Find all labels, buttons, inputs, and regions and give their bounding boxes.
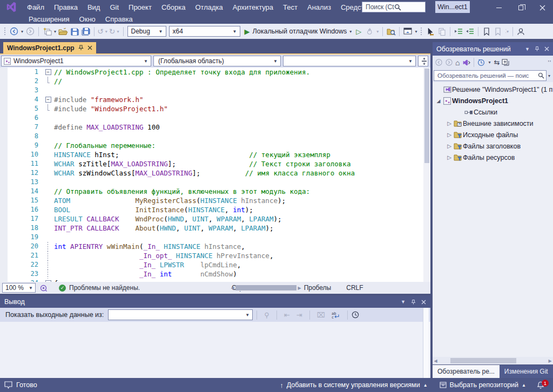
tree-item[interactable]: ▷Внешние зависимости bbox=[433, 118, 553, 129]
navigate-forward-button[interactable] bbox=[25, 25, 36, 37]
decrease-indent-button[interactable] bbox=[453, 25, 464, 37]
configuration-combo[interactable]: Debug▼ bbox=[127, 26, 166, 37]
start-debug-button[interactable]: ▶ Локальный отладчик Windows ▾ bbox=[244, 25, 354, 37]
start-without-debug-button[interactable]: ▷ bbox=[354, 28, 363, 36]
close-button[interactable] bbox=[531, 0, 553, 15]
startup-window-button[interactable] bbox=[402, 25, 413, 37]
zoom-level-combo[interactable]: 100 %▼ bbox=[2, 283, 36, 293]
menu-item[interactable]: Архитектура bbox=[228, 0, 278, 14]
feedback-button[interactable] bbox=[516, 25, 527, 37]
window-position-dropdown[interactable]: ▼ bbox=[401, 299, 406, 305]
menu-item[interactable]: Правка bbox=[49, 0, 83, 14]
code-line[interactable]: 1−// WindowsProject1.cpp : Определяет то… bbox=[0, 67, 430, 77]
copy-button[interactable] bbox=[436, 25, 447, 37]
menu-item[interactable]: Сборка bbox=[157, 0, 191, 14]
back-dropdown[interactable]: ▾ bbox=[20, 29, 24, 34]
switch-views-icon[interactable] bbox=[462, 59, 470, 66]
tab-solution-explorer[interactable]: Обозреватель ре... bbox=[433, 365, 500, 378]
code-line[interactable]: 14// Отправить объявления функций, включ… bbox=[0, 187, 430, 196]
fold-collapse-icon[interactable]: − bbox=[42, 67, 54, 77]
scrollbar-thumb[interactable] bbox=[235, 285, 296, 290]
output-source-combo[interactable]: ▼ bbox=[108, 309, 253, 320]
bookmark-dropdown[interactable]: ⁚▾ bbox=[504, 29, 510, 34]
toolbar-grip[interactable] bbox=[4, 27, 6, 36]
tree-item[interactable]: ▷Исходные файлы bbox=[433, 129, 553, 140]
scroll-right-icon[interactable]: ▶ bbox=[547, 359, 553, 363]
tree-expander-icon[interactable]: ▷ bbox=[446, 120, 453, 126]
menu-item[interactable]: Анализ bbox=[302, 0, 336, 14]
open-file-button[interactable] bbox=[58, 25, 69, 37]
scrollbar-thumb[interactable] bbox=[450, 358, 516, 363]
intellicode-icon[interactable] bbox=[40, 285, 47, 292]
tree-item[interactable]: Решение "WindowsProject1" (1 п bbox=[433, 84, 553, 95]
scrollbar-thumb[interactable] bbox=[424, 69, 429, 163]
toolbar-grip[interactable] bbox=[420, 27, 423, 36]
tree-expander-icon[interactable]: ▷ bbox=[446, 143, 453, 149]
tree-item[interactable]: ▷Файлы ресурсов bbox=[433, 152, 553, 163]
menu-item[interactable]: Проект bbox=[124, 0, 157, 14]
code-line[interactable]: 21 _In_opt_ HINSTANCE hPrevInstance, bbox=[0, 251, 430, 260]
tree-expander-icon[interactable]: ▷ bbox=[446, 154, 453, 160]
code-line[interactable]: 13 bbox=[0, 178, 430, 187]
forward-icon[interactable] bbox=[445, 58, 453, 66]
split-window-button[interactable] bbox=[418, 56, 428, 66]
startup-window-dropdown[interactable]: ▾ bbox=[414, 29, 418, 34]
menu-item[interactable]: Вид bbox=[83, 0, 105, 14]
hot-reload-button[interactable] bbox=[364, 25, 375, 37]
sync-with-active-document-icon[interactable]: ⇆ bbox=[494, 59, 500, 66]
menu-item[interactable]: Файл bbox=[22, 0, 49, 14]
save-all-button[interactable] bbox=[80, 25, 91, 37]
quick-search-input[interactable]: Поиск (Ctrl+Q) bbox=[362, 2, 426, 12]
clear-all-icon[interactable]: ⌧ bbox=[317, 311, 325, 319]
editor-horizontal-scrollbar[interactable]: ◀ ▶ bbox=[230, 284, 302, 292]
code-line[interactable]: 18INT_PTR CALLBACK About(HWND, UINT, WPA… bbox=[0, 224, 430, 233]
redo-dropdown[interactable]: ▾ bbox=[116, 29, 120, 34]
scroll-left-icon[interactable]: ◀ bbox=[433, 359, 439, 363]
new-project-button[interactable] bbox=[42, 25, 52, 37]
undo-dropdown[interactable]: ▾ bbox=[104, 29, 109, 34]
filter-dropdown[interactable]: ▾ bbox=[487, 60, 491, 65]
tab-git-changes[interactable]: Изменения Git bbox=[500, 365, 553, 378]
save-button[interactable] bbox=[69, 25, 80, 37]
code-line[interactable]: 23 _In_ int nCmdShow) bbox=[0, 269, 430, 279]
output-vertical-scrollbar[interactable] bbox=[423, 308, 429, 378]
code-line[interactable]: 11WCHAR szTitle[MAX_LOADSTRING]; // Текс… bbox=[0, 159, 430, 168]
member-scope-combo[interactable]: ▼ bbox=[283, 56, 416, 66]
menu-item[interactable]: Тест bbox=[278, 0, 302, 14]
health-status[interactable]: Проблемы не найдены. bbox=[69, 284, 140, 292]
previous-bookmark-button[interactable] bbox=[493, 25, 503, 37]
home-icon[interactable]: ⌂ bbox=[455, 59, 460, 66]
new-project-dropdown[interactable]: ▾ bbox=[53, 29, 57, 34]
notifications-bubble-icon[interactable] bbox=[4, 381, 12, 389]
hot-reload-dropdown[interactable]: ▾ bbox=[375, 29, 380, 34]
code-line[interactable]: 19 bbox=[0, 233, 430, 242]
code-line[interactable]: 7#define MAX_LOADSTRING 100 bbox=[0, 123, 430, 132]
output-content[interactable] bbox=[0, 322, 430, 378]
tree-expander-icon[interactable]: ▷ bbox=[446, 132, 453, 138]
menu-item[interactable]: Окно bbox=[75, 14, 100, 24]
code-line[interactable]: 4−#include "framework.h" bbox=[0, 95, 430, 104]
scroll-left-icon[interactable]: ◀ bbox=[230, 286, 235, 290]
tree-expander-icon[interactable]: ◢ bbox=[435, 98, 442, 104]
word-wrap-icon[interactable]: abc bbox=[332, 312, 340, 319]
close-icon[interactable] bbox=[544, 46, 549, 51]
menu-item[interactable]: Справка bbox=[100, 14, 138, 24]
find-message-icon[interactable]: ⚲ bbox=[264, 311, 269, 319]
tree-item[interactable]: ◢WindowsProject1 bbox=[433, 95, 553, 106]
solution-search-input[interactable]: Обозреватель решений — поис bbox=[434, 70, 547, 81]
search-options-dropdown[interactable]: ▾ bbox=[547, 73, 552, 78]
selection-mode-button[interactable] bbox=[425, 25, 436, 37]
pin-icon[interactable] bbox=[78, 45, 84, 51]
tree-item[interactable]: Ссылки bbox=[433, 106, 553, 118]
toggle-bookmark-button[interactable] bbox=[481, 25, 492, 37]
increase-indent-button[interactable] bbox=[464, 25, 475, 37]
toolbar-overflow-icon[interactable]: '' bbox=[548, 59, 551, 66]
restore-button[interactable] bbox=[510, 0, 531, 15]
tab-close-icon[interactable] bbox=[87, 45, 92, 50]
add-to-source-control-button[interactable]: ↑ Добавить в систему управления версиями… bbox=[275, 381, 431, 389]
pending-changes-filter-icon[interactable] bbox=[477, 59, 485, 66]
tree-item[interactable]: ▷Файлы заголовков bbox=[433, 140, 553, 152]
code-line[interactable]: 17LRESULT CALLBACK WndProc(HWND, UINT, W… bbox=[0, 214, 430, 224]
previous-message-icon[interactable]: ⇤ bbox=[284, 311, 290, 319]
code-line[interactable]: 16BOOL InitInstance(HINSTANCE, int); bbox=[0, 205, 430, 214]
